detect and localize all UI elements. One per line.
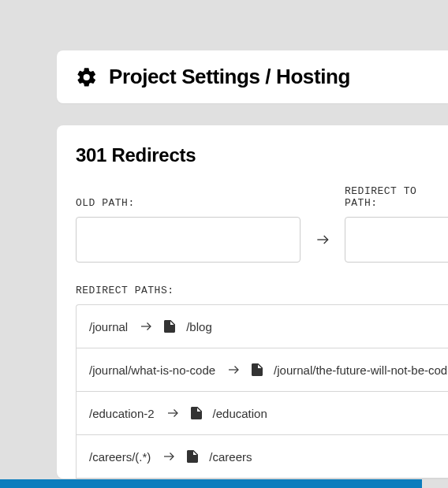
arrow-right-icon (162, 449, 176, 464)
redirect-from: /journal (89, 320, 128, 333)
gear-icon (76, 66, 98, 88)
redirect-row[interactable]: /journal/blog (77, 305, 448, 348)
file-icon (187, 450, 198, 463)
arrow-right-icon (166, 406, 180, 420)
arrow-right-icon (139, 319, 153, 333)
redirect-to: /blog (186, 320, 212, 333)
redirect-form: OLD PATH: REDIRECT TO PATH: (76, 185, 448, 263)
bottom-bar (0, 479, 422, 488)
redirect-from: /journal/what-is-no-code (89, 363, 215, 377)
redirect-row[interactable]: /education-2/education (77, 392, 448, 435)
redirect-from: /careers/(.*) (89, 450, 151, 464)
redirect-to-input[interactable] (345, 217, 448, 263)
redirect-to-field: REDIRECT TO PATH: (345, 185, 448, 263)
redirect-to: /careers (209, 450, 252, 464)
old-path-field: OLD PATH: (76, 197, 301, 263)
arrow-icon (315, 217, 330, 263)
redirect-list-label: REDIRECT PATHS: (76, 285, 448, 296)
redirect-row[interactable]: /careers/(.*)/careers (77, 435, 448, 479)
redirects-card: 301 Redirects OLD PATH: REDIRECT TO PATH… (57, 125, 448, 479)
redirect-row[interactable]: /journal/what-is-no-code/journal/the-fut… (77, 348, 448, 392)
redirect-to: /education (213, 407, 267, 420)
redirect-list: /journal/blog/journal/what-is-no-code/jo… (76, 304, 448, 479)
section-title: 301 Redirects (76, 144, 448, 166)
file-icon (191, 407, 202, 419)
page-title: Project Settings / Hosting (109, 65, 350, 89)
old-path-input[interactable] (76, 217, 301, 263)
header-card: Project Settings / Hosting (57, 50, 448, 103)
redirect-to-label: REDIRECT TO PATH: (345, 185, 448, 209)
old-path-label: OLD PATH: (76, 197, 301, 209)
redirect-from: /education-2 (89, 407, 155, 420)
redirect-to: /journal/the-future-will-not-be-coded (274, 363, 448, 377)
arrow-right-icon (226, 363, 241, 377)
file-icon (164, 320, 175, 333)
file-icon (252, 363, 263, 376)
